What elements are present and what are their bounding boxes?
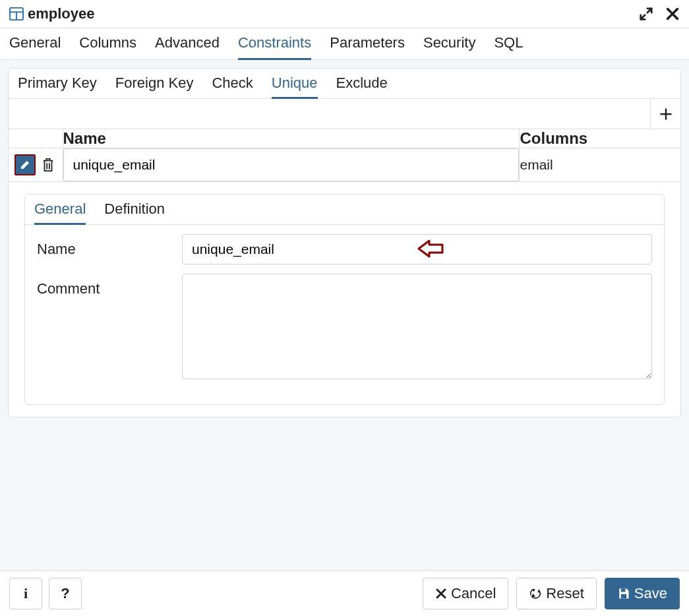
main-tabs: General Columns Advanced Constraints Par… — [0, 28, 689, 60]
form-row-comment: Comment — [37, 274, 652, 379]
edit-row-button[interactable] — [15, 154, 36, 175]
table-icon — [9, 7, 24, 20]
comment-label: Comment — [37, 274, 182, 297]
table-row: email — [9, 148, 680, 182]
detail-panel: General Definition Name Comme — [24, 194, 665, 405]
detail-tab-general[interactable]: General — [34, 195, 86, 225]
dialog-container: employee General Columns Advanced Constr… — [0, 0, 689, 616]
tab-general[interactable]: General — [9, 28, 61, 60]
tab-sql[interactable]: SQL — [494, 28, 523, 60]
svg-rect-3 — [621, 589, 626, 592]
row-columns-cell: email — [520, 148, 680, 182]
name-input[interactable] — [182, 234, 652, 264]
th-name: Name — [63, 129, 520, 148]
detail-form: Name Comment — [25, 225, 664, 404]
close-icon[interactable] — [665, 7, 680, 21]
tab-security[interactable]: Security — [423, 28, 475, 60]
plus-icon — [659, 108, 673, 121]
dialog-footer: i ? Cancel Reset — [0, 570, 689, 616]
constraints-toolbar — [9, 99, 680, 129]
constraints-table: Name Columns — [9, 129, 680, 182]
header-actions — [639, 7, 680, 21]
name-label: Name — [37, 234, 182, 258]
recycle-icon — [529, 587, 542, 600]
dialog-title: employee — [28, 5, 95, 22]
delete-row-button[interactable] — [40, 156, 57, 173]
cancel-label: Cancel — [451, 585, 496, 602]
form-row-name: Name — [37, 234, 652, 264]
row-name-input[interactable] — [63, 148, 520, 181]
reset-label: Reset — [546, 585, 584, 602]
subtab-foreign-key[interactable]: Foreign Key — [115, 69, 194, 99]
subtab-check[interactable]: Check — [212, 69, 253, 99]
close-icon — [435, 588, 447, 600]
dialog-header: employee — [0, 0, 689, 28]
pencil-icon — [20, 160, 30, 170]
reset-button[interactable]: Reset — [516, 578, 596, 609]
constraints-card: Primary Key Foreign Key Check Unique Exc… — [8, 68, 681, 417]
save-icon — [617, 587, 630, 600]
constraint-sub-tabs: Primary Key Foreign Key Check Unique Exc… — [9, 69, 680, 99]
tab-columns[interactable]: Columns — [79, 28, 136, 60]
th-columns: Columns — [520, 129, 680, 148]
help-button[interactable]: ? — [49, 578, 82, 609]
comment-textarea[interactable] — [182, 274, 652, 379]
subtab-unique[interactable]: Unique — [272, 69, 318, 99]
tab-parameters[interactable]: Parameters — [330, 28, 405, 60]
info-button[interactable]: i — [9, 578, 42, 609]
question-icon: ? — [61, 585, 69, 602]
save-label: Save — [634, 585, 667, 602]
subtab-exclude[interactable]: Exclude — [336, 69, 388, 99]
detail-tabs: General Definition — [25, 195, 664, 225]
trash-icon — [41, 157, 55, 173]
info-icon: i — [24, 585, 28, 602]
panel-body: Primary Key Foreign Key Check Unique Exc… — [0, 60, 689, 570]
add-row-button[interactable] — [650, 99, 680, 129]
tab-constraints[interactable]: Constraints — [238, 28, 311, 60]
cancel-button[interactable]: Cancel — [423, 578, 508, 609]
maximize-icon[interactable] — [639, 7, 653, 21]
detail-tab-definition[interactable]: Definition — [104, 195, 165, 225]
tab-advanced[interactable]: Advanced — [155, 28, 220, 60]
th-actions — [9, 129, 63, 148]
save-button[interactable]: Save — [605, 578, 680, 609]
subtab-primary-key[interactable]: Primary Key — [18, 69, 97, 99]
svg-rect-4 — [621, 594, 626, 599]
